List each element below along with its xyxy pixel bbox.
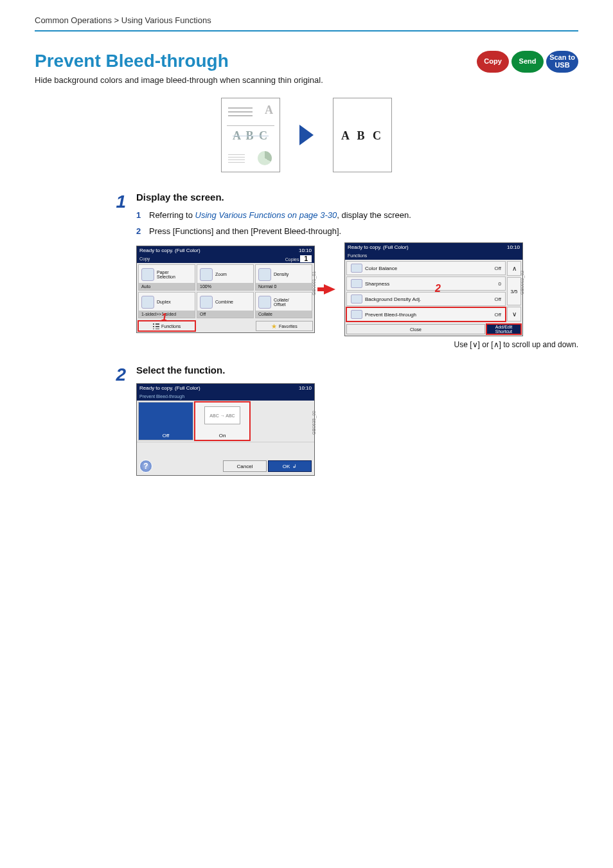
callout-2: 2 [435, 283, 441, 294]
prevent-status: Ready to copy. (Full Color) [139, 384, 200, 393]
cancel-button[interactable]: Cancel [223, 460, 267, 472]
ok-button[interactable]: OK ↲ [268, 460, 312, 472]
functions-screen-panel: Ready to copy. (Full Color) 10:10 Functi… [344, 242, 523, 336]
prevent-time: 10:10 [299, 384, 312, 393]
tile-value: Auto [139, 283, 195, 290]
func-row-background-density[interactable]: Background Density Adj. Off [346, 292, 506, 306]
func-label: Background Density Adj. [365, 296, 494, 302]
scroll-up-button[interactable]: ∧ [507, 261, 521, 276]
favorites-label: Favorites [279, 324, 298, 329]
panel-code: GB0002_02 [520, 270, 524, 294]
tile-value: 100% [197, 283, 253, 290]
chevron-up-icon: ∧ [512, 265, 517, 272]
illustration-after: A B C [333, 98, 392, 172]
copy-screen-panel: Ready to copy. (Full Color) 10:10 Copy C… [136, 246, 315, 333]
scroll-note: Use [∨] or [∧] to scroll up and down. [355, 340, 578, 349]
step-2-heading: Select the function. [136, 365, 578, 375]
help-button[interactable]: ? [139, 460, 152, 473]
illustration-before-text: A B C [222, 129, 280, 143]
ok-label: OK [283, 464, 290, 469]
step-1-sub-1-link[interactable]: Using Various Functions on page 3-30 [195, 210, 337, 220]
illustration-after-text: A B C [333, 129, 391, 143]
prevent-bleedthrough-panel: Ready to copy. (Full Color) 10:10 Preven… [136, 383, 315, 476]
func-row-sharpness[interactable]: Sharpness 0 [346, 276, 506, 291]
step-1-sub-1-post: , display the screen. [337, 210, 411, 220]
copy-time: 10:10 [299, 246, 312, 255]
tile-label: Paper Selection [157, 270, 175, 280]
collate-icon [258, 296, 271, 309]
mode-buttons: Copy Send Scan to USB [477, 51, 578, 73]
bg-density-icon [351, 294, 362, 303]
scroll-note-pre: Use [ [454, 340, 472, 349]
favorites-button[interactable]: ★Favorites [256, 321, 313, 331]
scroll-note-mid: ] or [ [478, 340, 493, 349]
func-label: Sharpness [365, 281, 499, 287]
chevron-down-icon: ∨ [472, 340, 478, 349]
tile-label: Collate/ Offset [274, 298, 289, 307]
func-subtab: Functions [348, 252, 367, 260]
breadcrumb: Common Operations > Using Various Functi… [35, 15, 578, 25]
page-subtitle: Hide background colors and image bleed-t… [35, 75, 323, 85]
mode-send-badge: Send [511, 51, 544, 73]
callout-1: 1 [161, 312, 167, 323]
copy-status: Ready to copy. (Full Color) [139, 246, 200, 255]
arrow-icon [299, 125, 314, 145]
red-arrow-icon [324, 284, 335, 294]
copies-label: Copies [285, 257, 299, 262]
tile-label: Duplex [157, 300, 171, 304]
func-label: Prevent Bleed-through [365, 312, 494, 318]
tile-value: Normal 0 [256, 283, 312, 290]
option-off[interactable]: Off [138, 402, 193, 440]
option-on[interactable]: ABC → ABC On [195, 402, 250, 440]
list-icon [153, 323, 159, 329]
func-value: Off [494, 296, 501, 302]
func-label: Color Balance [365, 266, 494, 271]
add-edit-shortcut-button[interactable]: Add/Edit Shortcut [486, 324, 521, 334]
close-button[interactable]: Close [346, 324, 485, 334]
step-1-sub-1-pre: Referring to [149, 210, 195, 220]
step-1-sub-1-text: Referring to Using Various Functions on … [149, 210, 411, 220]
scroll-down-button[interactable]: ∨ [507, 307, 521, 321]
tile-paper-selection[interactable]: Paper Selection Auto [138, 264, 195, 291]
paper-icon [141, 268, 154, 281]
copy-subtab: Copy [139, 255, 150, 263]
duplex-icon [141, 296, 154, 309]
tile-label: Zoom [215, 272, 227, 276]
bleedthrough-illustration: A A B C A B C [35, 98, 578, 172]
step-1-number: 1 [111, 192, 126, 349]
copies-value[interactable]: 1 [300, 255, 312, 262]
sharpness-icon [351, 279, 362, 288]
step-1-sub-2-text: Press [Functions] and then [Prevent Blee… [149, 226, 341, 236]
mode-scan-to-usb-badge: Scan to USB [546, 51, 578, 73]
star-icon: ★ [271, 323, 277, 330]
step-1-sub-1-number: 1 [136, 210, 144, 220]
tile-zoom[interactable]: Zoom 100% [197, 264, 254, 291]
tile-combine[interactable]: Combine Off [197, 292, 254, 318]
option-on-label: On [219, 431, 226, 440]
header-divider [35, 30, 578, 32]
step-1-heading: Display the screen. [136, 192, 578, 203]
tile-value: Off [197, 311, 253, 318]
func-time: 10:10 [507, 243, 520, 252]
option-off-label: Off [163, 431, 170, 440]
enter-icon: ↲ [292, 464, 297, 469]
func-row-prevent-bleedthrough[interactable]: Prevent Bleed-through Off [346, 307, 506, 321]
prevent-subtab: Prevent Bleed-through [139, 393, 184, 401]
page-title: Prevent Bleed-through [35, 51, 323, 71]
func-row-color-balance[interactable]: Color Balance Off [346, 261, 506, 275]
func-status: Ready to copy. (Full Color) [348, 243, 409, 252]
tile-value: Collate [256, 311, 312, 318]
panel-code: GB0001_01 [312, 271, 316, 294]
mode-copy-badge: Copy [477, 51, 509, 73]
func-value: 0 [499, 281, 501, 287]
step-1-sub-2-number: 2 [136, 226, 144, 236]
panel-code: GB0635_00 [312, 411, 316, 435]
illustration-before: A A B C [221, 98, 280, 172]
zoom-icon [200, 268, 213, 281]
tile-collate-offset[interactable]: Collate/ Offset Collate [255, 292, 312, 318]
func-value: Off [494, 312, 501, 318]
tile-density[interactable]: Density Normal 0 [255, 264, 312, 291]
functions-label: Functions [161, 324, 181, 329]
step-2-number: 2 [111, 365, 126, 476]
combine-icon [200, 296, 213, 309]
